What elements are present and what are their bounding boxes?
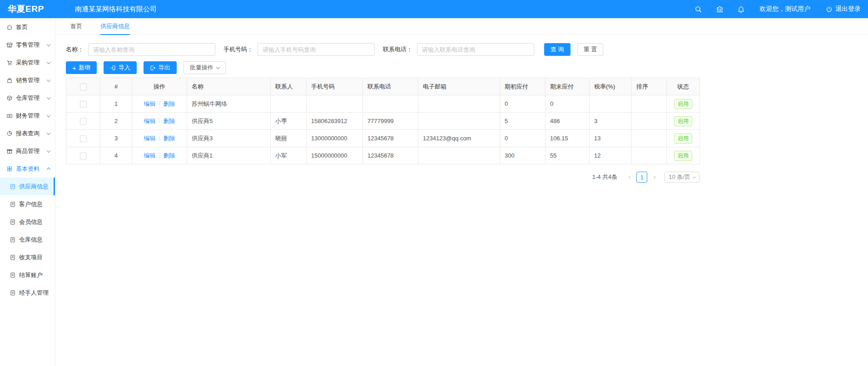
sidebar-subitem-label: 供应商信息	[19, 183, 49, 191]
logout-button[interactable]: 退出登录	[826, 5, 861, 13]
batch-actions-button[interactable]: 批量操作	[184, 61, 226, 74]
delete-link[interactable]: 删除	[164, 135, 175, 142]
topbar-actions: 欢迎您，测试用户 退出登录	[681, 5, 868, 13]
prev-page-button[interactable]: ‹	[624, 172, 635, 183]
chevron-down-icon	[47, 78, 50, 81]
sidebar-item-sales[interactable]: 销售管理	[0, 71, 55, 89]
cell-contact: 小季	[271, 113, 307, 130]
search-button[interactable]: 查 询	[544, 43, 570, 56]
action-divider	[159, 136, 160, 141]
cell-ending-payable: 486	[546, 113, 590, 130]
cell-mobile: 13000000000	[307, 130, 363, 147]
mobile-filter-input[interactable]	[258, 43, 375, 56]
row-index: 1	[100, 95, 132, 113]
import-button[interactable]: 导入	[104, 61, 137, 74]
sidebar-item-purchase[interactable]: 采购管理	[0, 54, 55, 71]
sidebar-item-customer-info[interactable]: 客户信息	[0, 195, 55, 213]
row-actions: 编辑删除	[132, 130, 187, 147]
row-checkbox[interactable]	[80, 101, 87, 108]
file-icon	[10, 272, 16, 278]
table-row: 4编辑删除供应商1小军15000000000123456783005512启用	[66, 147, 700, 164]
delete-link[interactable]: 删除	[164, 118, 175, 124]
sidebar-item-label: 报表查询	[16, 129, 40, 138]
sidebar-item-label: 商品管理	[16, 147, 40, 155]
column-header: 手机号码	[307, 78, 363, 95]
row-actions: 编辑删除	[132, 147, 187, 164]
tab-supplier-info[interactable]: 供应商信息	[100, 18, 130, 35]
page-size-select[interactable]: 10 条/页	[665, 172, 699, 183]
reset-button[interactable]: 重 置	[577, 43, 604, 56]
sidebar-item-finance[interactable]: 财务管理	[0, 107, 55, 124]
column-header: #	[100, 78, 132, 95]
select-all-checkbox[interactable]	[80, 84, 87, 90]
sidebar-subitem-label: 会员信息	[19, 218, 43, 226]
sidebar-subitem-label: 收支项目	[19, 253, 43, 262]
delete-link[interactable]: 删除	[164, 100, 175, 107]
sidebar-item-member-info[interactable]: 会员信息	[0, 213, 55, 231]
sidebar-item-home[interactable]: 首页	[0, 18, 55, 36]
topbar: 华夏ERP 南通某某网络科技有限公司 欢迎您，测试用户 退出登录	[0, 0, 868, 18]
sidebar-item-label: 财务管理	[16, 112, 40, 120]
sidebar-item-settlement-accounts[interactable]: 结算账户	[0, 266, 55, 284]
name-filter-input[interactable]	[88, 43, 215, 56]
chevron-down-icon	[47, 42, 50, 46]
delete-link[interactable]: 删除	[164, 152, 175, 159]
edit-link[interactable]: 编辑	[144, 135, 156, 142]
search-icon[interactable]	[694, 5, 702, 13]
cell-contact	[271, 95, 307, 113]
edit-link[interactable]: 编辑	[144, 152, 156, 159]
status-badge: 启用	[674, 151, 692, 161]
column-header: 联系电话	[363, 78, 418, 95]
edit-link[interactable]: 编辑	[144, 118, 156, 124]
cell-email	[418, 113, 500, 130]
cell-contact: 小军	[271, 147, 307, 164]
sidebar-item-label: 首页	[16, 23, 28, 31]
sidebar-item-income-expense-items[interactable]: 收支项目	[0, 248, 55, 266]
chevron-down-icon	[47, 95, 50, 99]
current-page-button[interactable]: 1	[636, 172, 647, 183]
sidebar-item-warehouse[interactable]: 仓库管理	[0, 89, 55, 107]
action-divider	[159, 101, 160, 107]
cell-contact: 晓丽	[271, 130, 307, 147]
export-icon	[150, 65, 156, 71]
row-checkbox[interactable]	[80, 153, 87, 159]
home-icon	[6, 24, 13, 30]
cell-tax-rate	[590, 95, 632, 113]
chevron-down-icon	[47, 60, 50, 64]
phone-filter-input[interactable]	[417, 43, 534, 56]
file-icon	[10, 183, 16, 190]
company-name: 南通某某网络科技有限公司	[75, 5, 157, 14]
sidebar-item-warehouse-info[interactable]: 仓库信息	[0, 231, 55, 248]
sidebar-item-reports[interactable]: 报表查询	[0, 124, 55, 142]
cell-opening-payable: 300	[500, 147, 546, 164]
edit-link[interactable]: 编辑	[144, 100, 156, 107]
cell-phone: 12345678	[363, 130, 418, 147]
chevron-down-icon	[47, 148, 50, 152]
sidebar-item-handler-management[interactable]: 经手人管理	[0, 284, 55, 302]
add-button[interactable]: + 新增	[66, 61, 97, 74]
column-header: 操作	[132, 78, 187, 95]
export-button[interactable]: 导出	[144, 61, 177, 74]
app-logo[interactable]: 华夏ERP	[0, 3, 55, 15]
cell-status: 启用	[667, 113, 700, 130]
tab-home[interactable]: 首页	[70, 18, 82, 35]
table-row: 2编辑删除供应商5小季158062839127777999954863启用	[66, 113, 700, 130]
next-page-button[interactable]: ›	[649, 172, 660, 183]
sidebar-item-basic-data[interactable]: 基本资料	[0, 160, 55, 178]
pie-chart-icon	[6, 130, 13, 137]
row-checkbox[interactable]	[80, 135, 87, 142]
sidebar-item-supplier-info[interactable]: 供应商信息	[0, 178, 55, 195]
file-icon	[10, 201, 16, 208]
sidebar-item-products[interactable]: 商品管理	[0, 142, 55, 160]
row-checkbox[interactable]	[80, 118, 87, 125]
cart-icon	[6, 59, 13, 66]
cell-opening-payable: 5	[500, 113, 546, 130]
status-badge: 启用	[674, 134, 692, 143]
bell-icon[interactable]	[737, 5, 745, 13]
row-select-cell	[66, 113, 100, 130]
sidebar-item-retail[interactable]: 零售管理	[0, 36, 55, 54]
bank-icon[interactable]	[716, 5, 724, 13]
chevron-up-icon	[47, 168, 50, 171]
export-button-label: 导出	[159, 64, 170, 72]
phone-filter-label: 联系电话：	[383, 45, 412, 54]
